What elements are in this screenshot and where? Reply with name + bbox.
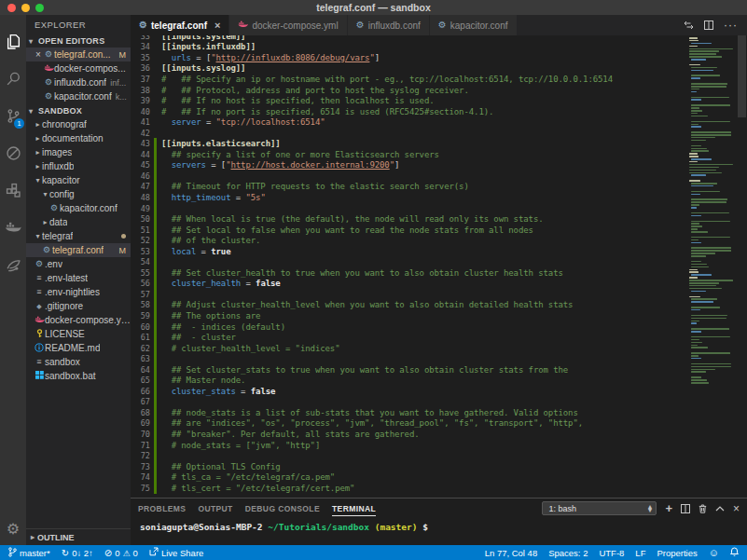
chevron-down-icon: ▾ [34,176,42,184]
split-editor-icon[interactable] [704,20,713,30]
git-branch-status[interactable]: master* [8,547,50,559]
branch-icon [8,547,17,559]
close-icon[interactable]: × [34,49,43,60]
tree-file-sandbox-bat[interactable]: sandbox.bat [26,369,131,383]
change-gutter-added [154,418,157,430]
notifications[interactable] [730,547,739,559]
close-icon[interactable]: × [214,20,220,31]
tree-folder-telegraf[interactable]: ▾telegraf [26,229,131,243]
tree-folder-chronograf[interactable]: ▸chronograf [26,117,131,131]
minimap-line [689,304,736,306]
outline-section-header[interactable]: ▸OUTLINE [26,528,131,545]
chevron-right-icon: ▸ [41,218,49,226]
file-label: influxdb [42,161,74,171]
code-text: ## node_stats is a list of sub-stats tha… [161,408,578,417]
cursor-position[interactable]: Ln 77, Col 48 [485,548,538,558]
panel-tab-debug-console[interactable]: DEBUG CONSOLE [245,501,320,515]
tree-file-docker-compose-yml[interactable]: docker-compose.yml [26,313,131,327]
tree-file-readme-md[interactable]: README.md [26,341,131,355]
minimap-line [691,185,713,187]
change-gutter-added [154,364,157,376]
open-editor-item[interactable]: docker-compos... [26,61,131,75]
tab-label: influxdb.conf [368,20,421,31]
scrollbar-thumb[interactable] [738,35,746,117]
close-panel-icon[interactable]: × [733,502,740,515]
tree-folder-data[interactable]: ▸data [26,215,131,229]
tab-docker-compose-yml[interactable]: docker-compose.yml [229,15,347,35]
panel-tab-output[interactable]: OUTPUT [198,501,232,515]
minimap[interactable] [689,37,736,385]
open-editor-item[interactable]: ⚙influxdb.confinf... [26,75,131,89]
tab-telegraf-conf[interactable]: ⚙telegraf.conf× [131,15,229,35]
sidebar-item-extensions[interactable] [0,171,26,209]
kill-terminal-icon[interactable] [699,504,707,513]
tree-folder-kapacitor[interactable]: ▾kapacitor [26,173,131,187]
tree-file--gitignore[interactable]: ◆.gitignore [26,299,131,313]
sidebar-item-search[interactable] [0,60,26,97]
minimap-line [691,371,706,373]
more-actions-icon[interactable]: ··· [724,19,738,32]
minimap-line [691,59,706,61]
code-editor[interactable]: 33[[inputs.system]]34[[inputs.influxdb]]… [131,35,747,498]
editor-scrollbar[interactable] [737,35,747,498]
code-line: 44 ## specify a list of one or more Elas… [131,149,689,160]
change-gutter-added [154,225,157,236]
tree-file-license[interactable]: LICENSE [26,327,131,341]
sync-icon: ↻ [62,548,69,558]
open-changes-icon[interactable] [684,20,694,30]
minimap-line [691,274,712,276]
minimap-line [691,75,720,76]
change-gutter [154,116,157,128]
tree-file--env-latest[interactable]: ≡.env-latest [26,271,131,285]
new-terminal-icon[interactable]: + [665,501,672,515]
live-share[interactable]: Live Share [149,547,203,558]
line-number: 61 [131,333,150,342]
sidebar-item-source-control[interactable]: 1 [0,97,26,134]
tree-folder-config[interactable]: ▾config [26,187,131,201]
tree-folder-influxdb[interactable]: ▸influxdb [26,159,131,173]
code-line: 39# ## If no host is specified, then loc… [131,95,689,106]
change-gutter-added [154,343,157,354]
split-terminal-icon[interactable] [681,504,690,513]
feedback[interactable]: ☺ [709,548,719,558]
open-editor-item[interactable]: ×⚙telegraf.con...M [26,48,131,61]
line-number: 72 [131,451,150,460]
sync-status[interactable]: ↻0↓ 2↑ [62,548,93,558]
tree-folder-documentation[interactable]: ▸documentation [26,131,131,145]
modified-badge: M [119,50,127,60]
tab-influxdb-conf[interactable]: ⚙influxdb.conf [348,15,430,35]
manage-gear-icon[interactable]: ⚙ [7,520,20,538]
tab-kapacitor-conf[interactable]: ⚙kapacitor.conf [430,15,518,35]
terminal-output[interactable]: soniagupta@Sonias-MBP-2 ~/Tutorials/sand… [131,518,747,545]
line-number: 34 [131,42,150,51]
terminal-shell-select[interactable]: 1: bash▲▼ [542,501,657,515]
minimap-line [691,328,729,330]
tree-file-sandbox[interactable]: ≡sandbox [26,355,131,369]
tree-file--env-nightlies[interactable]: ≡.env-nightlies [26,285,131,299]
indentation[interactable]: Spaces: 2 [548,548,588,558]
debug-icon [6,145,21,161]
folder-section-header[interactable]: ▾SANDBOX [26,103,131,117]
sidebar-item-custom-extension[interactable] [0,246,26,283]
sidebar-item-debug[interactable] [0,134,26,171]
tree-file-telegraf-conf[interactable]: ⚙telegraf.confM [26,243,131,257]
maximize-panel-icon[interactable] [715,506,725,512]
tree-file-kapacitor-conf[interactable]: ⚙kapacitor.conf [26,201,131,215]
encoding[interactable]: UTF-8 [599,548,624,558]
code-text: ## - indices (default) [161,322,285,332]
sidebar-item-explorer[interactable] [0,22,26,60]
language-mode[interactable]: Properties [657,548,697,558]
panel-tab-problems[interactable]: PROBLEMS [138,501,186,515]
eol[interactable]: LF [635,548,645,558]
sidebar-item-docker[interactable] [0,209,26,246]
change-gutter-added [154,182,157,193]
code-text: [[inputs.influxdb]] [161,42,256,51]
chevron-right-icon: ▸ [34,134,42,143]
tree-folder-images[interactable]: ▸images [26,145,131,159]
problems-status[interactable]: ⊘0⚠0 [104,548,138,558]
panel-tab-terminal[interactable]: TERMINAL [332,501,376,516]
minimap-line [691,225,702,227]
open-editor-item[interactable]: ⚙kapacitor.confk... [26,89,131,103]
tree-file--env[interactable]: ⚙.env [26,257,131,271]
open-editors-header[interactable]: ▾OPEN EDITORS [26,34,131,48]
